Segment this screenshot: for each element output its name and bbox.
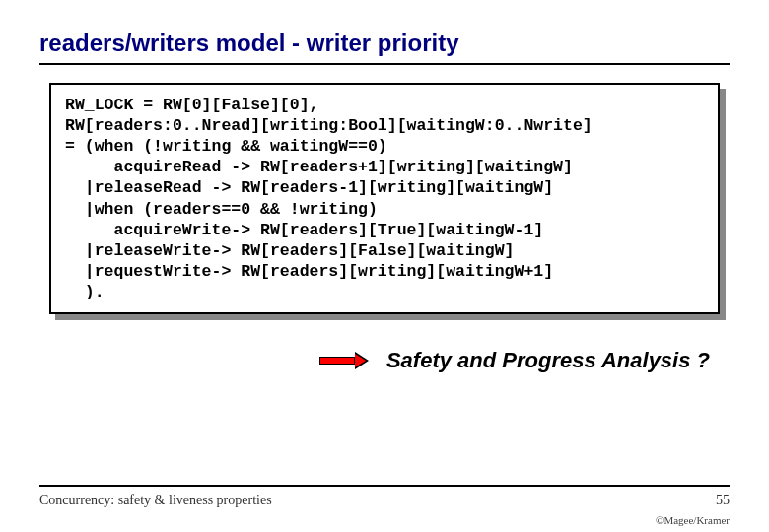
code-box-container: RW_LOCK = RW[0][False][0], RW[readers:0.… [49,83,720,314]
code-box: RW_LOCK = RW[0][False][0], RW[readers:0.… [49,83,720,314]
footer-left: Concurrency: safety & liveness propertie… [39,493,272,508]
footer: Concurrency: safety & liveness propertie… [39,485,730,508]
slide: readers/writers model - writer priority … [0,0,769,532]
arrow-icon [319,354,369,367]
page-number: 55 [716,493,730,508]
callout-text: Safety and Progress Analysis ? [386,348,710,373]
slide-title: readers/writers model - writer priority [39,30,730,65]
callout-row: Safety and Progress Analysis ? [39,348,730,373]
copyright: ©Magee/Kramer [656,514,730,526]
